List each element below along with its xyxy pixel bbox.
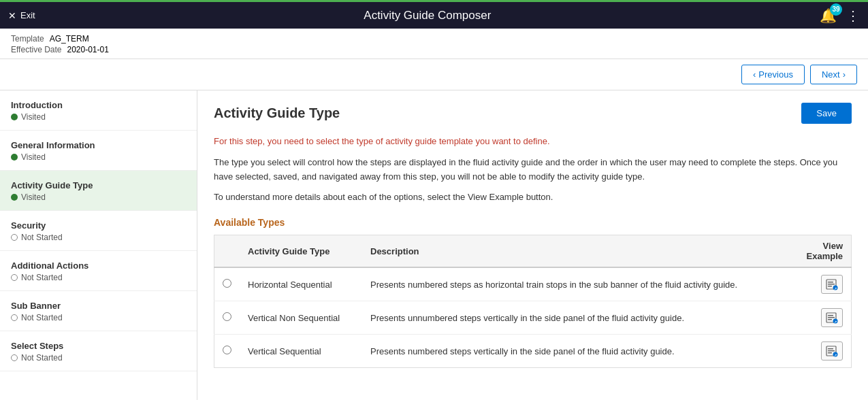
status-dot-icon (11, 194, 18, 201)
desc-cell-2: Presents numbered steps vertically in th… (362, 335, 777, 368)
desc-cell-1: Presents unnumbered steps vertically in … (362, 301, 777, 335)
sidebar-item-activity-guide-type[interactable]: Activity Guide Type Visited (0, 171, 197, 211)
top-bar-actions: 🔔 39 ⋮ (820, 7, 860, 24)
info-text-2: The type you select will control how the… (214, 156, 852, 184)
svg-rect-7 (828, 315, 833, 316)
view-cell-2: ↗ (777, 335, 852, 368)
status-dot-icon (11, 274, 18, 281)
sidebar-item-title: Additional Actions (11, 261, 186, 271)
sidebar-item-status-label: Not Started (21, 313, 63, 322)
previous-button[interactable]: ‹ Previous (741, 65, 805, 84)
table-row: Vertical Non Sequential Presents unnumbe… (214, 301, 852, 335)
type-cell-2: Vertical Sequential (240, 335, 362, 368)
type-cell-1: Vertical Non Sequential (240, 301, 362, 335)
sidebar-item-introduction[interactable]: Introduction Visited (0, 90, 197, 131)
table-row: Horizontal Sequential Presents numbered … (214, 267, 852, 301)
view-example-icon: ↗ (826, 312, 838, 324)
effective-date-value: 2020-01-01 (67, 45, 108, 54)
sidebar-item-status: Visited (11, 152, 186, 162)
sidebar-item-status: Not Started (11, 313, 186, 322)
sidebar-item-security[interactable]: Security Not Started (0, 211, 197, 251)
types-table: Activity Guide Type Description View Exa… (214, 235, 852, 368)
sidebar-item-status: Visited (11, 112, 186, 122)
col-header-view: View Example (777, 235, 852, 268)
svg-rect-3 (828, 286, 832, 287)
info-text-1: For this step, you need to select the ty… (214, 135, 852, 149)
sub-header: Template AG_TERM Effective Date 2020-01-… (0, 29, 868, 59)
next-button[interactable]: Next › (810, 65, 857, 84)
sidebar-item-status-label: Not Started (21, 353, 63, 363)
status-dot-icon (11, 234, 18, 241)
sidebar-item-title: Introduction (11, 100, 186, 110)
sidebar-item-status: Visited (11, 192, 186, 202)
sidebar-item-title: Activity Guide Type (11, 180, 186, 190)
content-header: Activity Guide Type Save (214, 103, 852, 124)
content-title: Activity Guide Type (214, 105, 340, 121)
svg-rect-9 (828, 319, 832, 320)
col-header-desc: Description (362, 235, 777, 268)
radio-input-1[interactable] (223, 312, 231, 321)
view-example-icon: ↗ (826, 278, 838, 290)
notification-badge: 39 (830, 3, 842, 16)
next-label: Next (822, 69, 840, 80)
radio-input-0[interactable] (223, 279, 231, 288)
notifications-button[interactable]: 🔔 39 (820, 7, 837, 24)
save-button[interactable]: Save (801, 103, 852, 124)
exit-icon: ✕ (8, 10, 16, 21)
sidebar-item-title: Sub Banner (11, 301, 186, 311)
view-example-button-2[interactable]: ↗ (821, 341, 843, 361)
view-cell-0: ↗ (777, 267, 852, 301)
table-row: Vertical Sequential Presents numbered st… (214, 335, 852, 368)
sidebar-item-additional-actions[interactable]: Additional Actions Not Started (0, 251, 197, 291)
svg-text:↗: ↗ (834, 320, 837, 324)
template-label: Template (11, 34, 44, 44)
view-cell-1: ↗ (777, 301, 852, 335)
radio-cell-1[interactable] (214, 301, 240, 335)
col-header-type: Activity Guide Type (240, 235, 362, 268)
status-dot-icon (11, 314, 18, 321)
status-dot-icon (11, 354, 18, 361)
svg-rect-14 (828, 350, 835, 352)
exit-button[interactable]: ✕ Exit (8, 10, 35, 21)
nav-bar: ‹ Previous Next › (0, 59, 868, 90)
svg-rect-1 (828, 282, 833, 283)
sidebar-item-title: Select Steps (11, 341, 186, 351)
next-icon: › (843, 69, 846, 80)
effective-date-label: Effective Date (11, 45, 61, 54)
svg-text:↗: ↗ (834, 353, 837, 357)
radio-input-2[interactable] (223, 346, 231, 354)
main-layout: Introduction Visited General Information… (0, 90, 868, 400)
sidebar-item-status-label: Visited (21, 152, 46, 162)
type-cell-0: Horizontal Sequential (240, 267, 362, 301)
exit-label: Exit (20, 10, 35, 20)
content-area: Activity Guide Type Save For this step, … (197, 90, 868, 400)
template-value: AG_TERM (50, 34, 89, 44)
prev-icon: ‹ (753, 69, 756, 80)
sidebar-item-status-label: Visited (21, 112, 46, 122)
sidebar-item-title: Security (11, 220, 186, 231)
sidebar-item-select-steps[interactable]: Select Steps Not Started (0, 331, 197, 371)
radio-cell-2[interactable] (214, 335, 240, 368)
svg-rect-2 (828, 284, 835, 285)
sidebar-item-status: Not Started (11, 353, 186, 363)
view-example-button-1[interactable]: ↗ (821, 308, 843, 327)
sidebar-item-general-information[interactable]: General Information Visited (0, 131, 197, 171)
radio-cell-0[interactable] (214, 267, 240, 301)
sidebar-item-status-label: Not Started (21, 273, 63, 282)
more-options-icon[interactable]: ⋮ (846, 7, 860, 24)
sidebar-item-sub-banner[interactable]: Sub Banner Not Started (0, 291, 197, 331)
sidebar-item-status-label: Visited (21, 192, 46, 202)
view-example-button-0[interactable]: ↗ (821, 275, 843, 294)
page-title: Activity Guide Composer (364, 9, 491, 22)
sidebar-item-status: Not Started (11, 233, 186, 242)
desc-cell-0: Presents numbered steps as horizontal tr… (362, 267, 777, 301)
svg-rect-8 (828, 317, 835, 318)
info-text-3: To understand more details about each of… (214, 190, 852, 205)
svg-rect-15 (828, 352, 832, 354)
col-header-radio (214, 235, 240, 268)
top-bar: ✕ Exit Activity Guide Composer 🔔 39 ⋮ (0, 0, 868, 29)
section-title: Available Types (214, 217, 852, 228)
view-example-icon: ↗ (826, 345, 838, 357)
sidebar-item-status: Not Started (11, 273, 186, 282)
status-dot-icon (11, 154, 18, 161)
